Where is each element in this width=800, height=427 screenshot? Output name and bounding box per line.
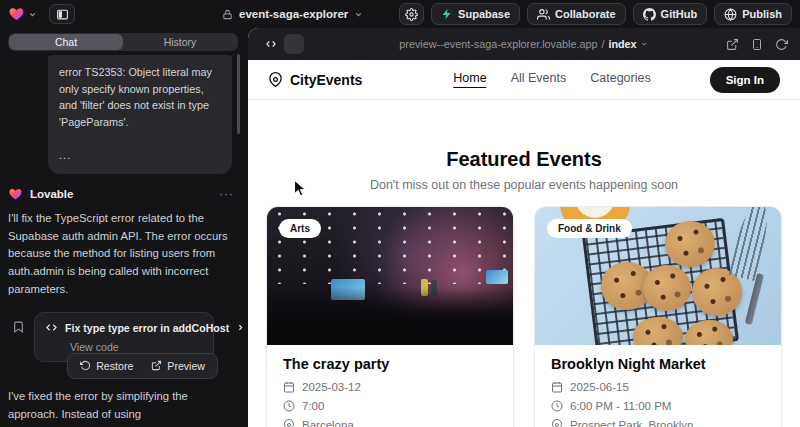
tool-card-title: Fix type type error in addCoHost	[65, 322, 229, 334]
clock-icon	[283, 400, 295, 412]
chat-history-tabs: Chat History	[8, 33, 238, 51]
cookie-decoration	[665, 221, 715, 267]
version-actions: Restore Preview	[8, 353, 218, 379]
project-switcher[interactable]: event-saga-explorer	[222, 0, 363, 28]
calendar-icon	[283, 381, 295, 393]
publish-button[interactable]: Publish	[714, 3, 792, 25]
preview-urlbar: preview--event-saga-explorer.lovable.app…	[248, 28, 800, 60]
hero-section: Featured Events Don't miss out on these …	[248, 148, 800, 192]
preview-url[interactable]: preview--event-saga-explorer.lovable.app…	[399, 38, 648, 50]
message-menu-button[interactable]: ···	[219, 187, 238, 201]
preview-toolbar-icons	[726, 38, 788, 51]
hero-subtitle: Don't miss out on these popular events h…	[248, 178, 800, 192]
tab-history[interactable]: History	[123, 34, 237, 50]
paragraph-text: I've fixed the error by simplifying the …	[8, 390, 188, 420]
open-external-icon[interactable]	[726, 38, 739, 51]
event-card-body: The crazy party 2025-03-12	[267, 345, 513, 427]
hero-title: Featured Events	[248, 148, 800, 171]
event-date: 2025-06-15	[570, 381, 629, 393]
bookmark-icon[interactable]	[12, 320, 25, 334]
event-time-row: 7:00	[283, 400, 497, 412]
event-location: Barcelona	[302, 419, 354, 427]
site-brand[interactable]: CityEvents	[268, 72, 362, 88]
event-date: 2025-03-12	[302, 381, 361, 393]
nav-all-events[interactable]: All Events	[511, 71, 567, 88]
preview-view-segment[interactable]	[284, 34, 304, 54]
publish-button-label: Publish	[742, 8, 782, 20]
topbar-actions: Supabase Collaborate GitHub	[399, 3, 792, 25]
projector-screen-decoration	[486, 270, 508, 284]
event-card-2[interactable]: Food & Drink Brooklyn Night Market 2025-…	[534, 206, 782, 427]
sign-in-button[interactable]: Sign In	[710, 67, 780, 93]
sidebar-toggle-button[interactable]	[49, 4, 75, 24]
tab-chat[interactable]: Chat	[9, 34, 123, 50]
app-topbar: event-saga-explorer Supabase	[0, 0, 800, 28]
gear-icon	[405, 8, 418, 21]
assistant-name: Lovable	[30, 188, 73, 200]
site-viewport: CityEvents Home All Events Categories Si…	[248, 60, 800, 427]
event-location-row: Prospect Park, Brooklyn	[551, 419, 765, 427]
github-button-label: GitHub	[661, 8, 698, 20]
map-pin-icon	[551, 419, 563, 427]
event-title: The crazy party	[283, 356, 497, 372]
category-badge: Food & Drink	[547, 219, 632, 238]
restore-button-label: Restore	[96, 360, 133, 372]
event-card-1[interactable]: Arts The crazy party 2025-03-12	[266, 206, 514, 427]
whisk-handle-decoration	[744, 273, 763, 325]
view-code-link[interactable]: View code	[70, 341, 203, 353]
event-time: 7:00	[302, 400, 324, 412]
event-time-row: 6:00 PM - 11:00 PM	[551, 400, 765, 412]
user-message-ellipsis[interactable]: ...	[59, 147, 221, 164]
user-message-bubble: error TS2353: Object literal may only sp…	[48, 55, 232, 174]
refresh-icon[interactable]	[775, 38, 788, 51]
whisk-decoration	[729, 207, 773, 281]
calendar-icon	[551, 381, 563, 393]
event-cards: Arts The crazy party 2025-03-12	[248, 206, 800, 427]
assistant-paragraph-2: I've fixed the error by simplifying the …	[8, 388, 238, 427]
preview-button[interactable]: Preview	[143, 357, 213, 375]
site-nav: Home All Events Categories	[453, 71, 650, 88]
panel-left-icon	[56, 8, 69, 21]
mobile-preview-icon[interactable]	[751, 38, 763, 51]
map-pin-icon	[283, 419, 295, 427]
user-message-text: error TS2353: Object literal may only sp…	[59, 64, 221, 131]
assistant-message-header: Lovable ···	[8, 187, 238, 201]
site-brand-label: CityEvents	[290, 72, 362, 88]
lovable-avatar	[8, 187, 23, 201]
audience-decoration	[267, 287, 513, 345]
tool-card-header: Fix type type error in addCoHost	[45, 322, 203, 334]
event-card-body: Brooklyn Night Market 2025-06-15	[535, 345, 781, 427]
project-name: event-saga-explorer	[239, 8, 348, 20]
lovable-heart-icon	[8, 6, 25, 22]
restore-button[interactable]: Restore	[72, 357, 141, 375]
people-icon	[537, 8, 550, 21]
code-icon	[45, 322, 58, 333]
chat-sidebar: Chat History error TS2353: Object litera…	[0, 28, 246, 427]
event-date-row: 2025-06-15	[551, 381, 765, 393]
url-separator: /	[601, 38, 604, 50]
collaborate-button[interactable]: Collaborate	[527, 3, 626, 25]
preview-panel: preview--event-saga-explorer.lovable.app…	[248, 28, 800, 427]
sidebar-scrollbar[interactable]	[237, 54, 240, 134]
mouse-cursor	[293, 179, 308, 198]
code-preview-toggle[interactable]	[260, 34, 304, 54]
settings-button[interactable]	[399, 3, 424, 25]
event-date-row: 2025-03-12	[283, 381, 497, 393]
external-link-icon	[151, 360, 162, 371]
nav-home[interactable]: Home	[453, 71, 486, 88]
code-view-segment[interactable]	[260, 34, 282, 54]
supabase-bolt-icon	[441, 8, 453, 20]
tool-card-row: Fix type type error in addCoHost View co…	[8, 312, 238, 379]
clock-icon	[551, 400, 563, 412]
lovable-logo-menu[interactable]	[8, 6, 37, 22]
supabase-button[interactable]: Supabase	[431, 3, 520, 25]
nav-categories[interactable]: Categories	[590, 71, 650, 88]
preview-button-label: Preview	[167, 360, 205, 372]
chevron-right-icon	[236, 323, 245, 332]
url-path: index	[608, 38, 636, 50]
github-icon	[643, 8, 656, 21]
github-button[interactable]: GitHub	[633, 3, 708, 25]
url-host: preview--event-saga-explorer.lovable.app	[399, 38, 597, 50]
globe-icon	[724, 8, 737, 21]
event-location-row: Barcelona	[283, 419, 497, 427]
